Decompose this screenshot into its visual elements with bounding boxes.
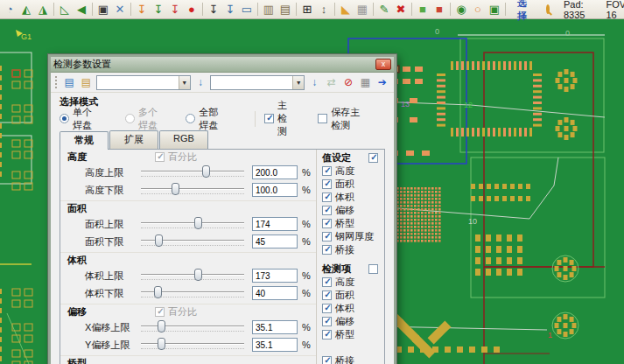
check-item-高度[interactable]: 高度: [322, 276, 382, 289]
value-field-面积上限[interactable]: [252, 217, 298, 231]
mode-checkbox-1[interactable]: 主检测: [264, 99, 293, 138]
chevron-down-icon[interactable]: ▼: [292, 76, 304, 89]
import-icon[interactable]: ↓: [193, 75, 207, 89]
item-checkbox[interactable]: [322, 356, 332, 364]
camera-icon[interactable]: ▤: [277, 2, 293, 18]
tab-RGB[interactable]: RGB: [159, 130, 208, 149]
checkbox[interactable]: [264, 114, 274, 123]
item-checkbox[interactable]: [322, 232, 332, 242]
circle-orange-icon[interactable]: ○: [470, 2, 486, 18]
close-icon[interactable]: x: [375, 59, 391, 70]
slider-thumb[interactable]: [194, 269, 202, 281]
value-field-高度上限[interactable]: [252, 165, 298, 179]
slider-面积下限[interactable]: [141, 234, 244, 248]
preset-combo[interactable]: ▼: [210, 75, 305, 90]
preset-combo[interactable]: ▼: [96, 75, 191, 90]
save-as-icon[interactable]: ▤: [79, 75, 93, 89]
radio-option-2[interactable]: 多个焊盘: [125, 106, 161, 132]
save-pad-icon[interactable]: ▤: [62, 75, 76, 89]
group-master-checkbox[interactable]: [368, 153, 378, 163]
slider-thumb[interactable]: [154, 286, 162, 298]
item-checkbox[interactable]: [322, 206, 332, 215]
disk-icon[interactable]: ▦: [358, 75, 372, 89]
magnifier-icon[interactable]: [546, 4, 550, 14]
delete-icon[interactable]: ✖: [393, 2, 409, 18]
slider-track[interactable]: [141, 188, 244, 189]
slider-体积下限[interactable]: [141, 286, 244, 300]
slider-track[interactable]: [141, 171, 244, 172]
selection-rect-icon[interactable]: ▭: [239, 2, 255, 18]
check-item-桥接[interactable]: 桥接: [322, 354, 382, 364]
slider-track[interactable]: [141, 343, 244, 344]
slider-thumb[interactable]: [158, 338, 165, 350]
check-item-钢网厚度[interactable]: 钢网厚度: [322, 230, 382, 243]
screen-icon[interactable]: ▣: [95, 2, 111, 18]
radio-button[interactable]: [125, 114, 135, 123]
slider-thumb[interactable]: [172, 183, 179, 195]
square-green-icon[interactable]: ▣: [487, 2, 502, 18]
pin-orange-icon[interactable]: ↧: [134, 2, 150, 18]
triangle-ruler-icon[interactable]: ◺: [57, 2, 73, 18]
percent-checkbox[interactable]: [155, 152, 165, 162]
check-item-桥型[interactable]: 桥型: [322, 217, 382, 230]
grid-icon[interactable]: ▦: [354, 2, 370, 18]
slider-thumb[interactable]: [158, 320, 165, 332]
slider-面积上限[interactable]: [141, 217, 244, 231]
value-field-面积下限[interactable]: [252, 234, 298, 248]
pin-black-icon[interactable]: ↧: [206, 2, 221, 18]
slider-track[interactable]: [141, 222, 244, 223]
radio-button[interactable]: [186, 114, 195, 123]
radio-button[interactable]: [60, 114, 69, 123]
set-square-icon[interactable]: ◣: [338, 2, 354, 18]
group-master-checkbox[interactable]: [368, 264, 378, 274]
item-checkbox[interactable]: [322, 192, 332, 202]
slider-thumb[interactable]: [155, 234, 163, 247]
check-item-桥接[interactable]: 桥接: [322, 243, 382, 256]
measure-left-icon[interactable]: ◭: [18, 2, 34, 18]
horn-icon[interactable]: ◀: [74, 2, 89, 18]
item-checkbox[interactable]: [322, 166, 332, 176]
check-item-面积[interactable]: 面积: [322, 178, 382, 191]
check-item-桥型[interactable]: 桥型: [322, 328, 382, 341]
slider-thumb[interactable]: [194, 217, 202, 229]
item-checkbox[interactable]: [322, 330, 332, 340]
item-checkbox[interactable]: [322, 179, 332, 189]
stop-red-icon[interactable]: ■: [431, 2, 447, 18]
check-item-体积[interactable]: 体积: [322, 302, 382, 315]
apply-green-icon[interactable]: ■: [415, 2, 431, 18]
record-icon[interactable]: ◉: [453, 2, 469, 18]
item-checkbox[interactable]: [322, 317, 332, 326]
slider-高度上限[interactable]: [141, 165, 244, 179]
import2-icon[interactable]: ↓: [307, 75, 321, 89]
forbid-icon[interactable]: ⊘: [341, 75, 355, 89]
value-field-Y偏移上限[interactable]: [252, 338, 298, 352]
item-checkbox[interactable]: [322, 219, 332, 228]
exit-icon[interactable]: ➔: [375, 75, 389, 89]
dialog-titlebar[interactable]: 检测参数设置 x: [51, 57, 394, 73]
value-field-体积上限[interactable]: [252, 269, 298, 283]
chevron-down-icon[interactable]: ▼: [179, 76, 190, 89]
value-field-高度下限[interactable]: [252, 183, 298, 197]
slider-track[interactable]: [141, 274, 244, 275]
item-checkbox[interactable]: [322, 245, 332, 255]
item-checkbox[interactable]: [322, 290, 332, 300]
quad-grid-icon[interactable]: ⊞: [299, 2, 315, 18]
pin-blue-icon[interactable]: ↧: [222, 2, 238, 18]
slider-track[interactable]: [141, 326, 244, 326]
radio-option-1[interactable]: 单个焊盘: [60, 106, 95, 132]
map-pin-icon[interactable]: ●: [184, 2, 200, 18]
check-item-偏移[interactable]: 偏移: [322, 315, 382, 328]
percent-checkbox[interactable]: [155, 307, 165, 317]
history-icon[interactable]: ◔: [2, 2, 18, 18]
tab-常规[interactable]: 常规: [60, 131, 109, 150]
tab-扩展[interactable]: 扩展: [109, 130, 158, 149]
board-view-icon[interactable]: ▥: [261, 2, 277, 18]
slider-X偏移上限[interactable]: [141, 320, 244, 334]
pin-red-icon[interactable]: ↧: [167, 2, 183, 18]
checkbox[interactable]: [318, 114, 327, 123]
item-checkbox[interactable]: [322, 277, 332, 287]
mode-checkbox-2[interactable]: 保存主检测: [318, 106, 361, 132]
check-item-偏移[interactable]: 偏移: [322, 204, 382, 217]
item-checkbox[interactable]: [322, 304, 332, 313]
slider-高度下限[interactable]: [141, 183, 244, 197]
